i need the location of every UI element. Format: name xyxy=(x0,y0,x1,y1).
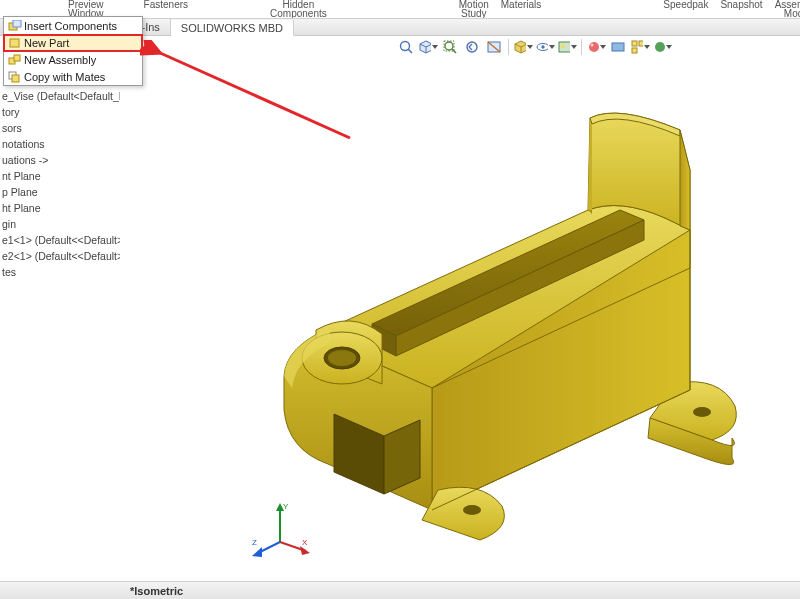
scene-icon xyxy=(557,39,570,55)
tree-top-plane[interactable]: p Plane xyxy=(2,184,120,200)
feature-manager-tree[interactable]: e_Vise (Default<Default_Display tory sor… xyxy=(0,88,120,581)
insert-component-menu: Insert Components New Part New Assembly … xyxy=(3,16,143,86)
svg-point-19 xyxy=(589,42,599,52)
edit-scene-button[interactable] xyxy=(557,37,577,57)
display-style-icon xyxy=(513,39,526,55)
section-view-button[interactable] xyxy=(484,37,504,57)
tree-annotations[interactable]: notations xyxy=(2,136,120,152)
tree-part2[interactable]: e2<1> (Default<<Default>_Displ xyxy=(2,248,120,264)
decals-icon xyxy=(610,39,626,55)
tree-part1[interactable]: e1<1> (Default<<Default>_Displ xyxy=(2,232,120,248)
copy-with-mates-icon xyxy=(6,70,24,84)
new-part-icon xyxy=(6,36,24,50)
decals-button[interactable] xyxy=(608,37,628,57)
svg-point-26 xyxy=(693,407,711,417)
ribbon-group-assembly-mode[interactable]: Assembly Mode xyxy=(769,0,800,18)
config-icon xyxy=(630,39,643,55)
display-style-button[interactable] xyxy=(513,37,533,57)
hide-show-button[interactable] xyxy=(535,37,555,57)
tree-origin[interactable]: gin xyxy=(2,216,120,232)
menu-copy-with-mates[interactable]: Copy with Mates xyxy=(4,68,142,85)
view-cube-icon xyxy=(418,39,431,55)
svg-text:Y: Y xyxy=(283,502,289,511)
previous-view-button[interactable] xyxy=(462,37,482,57)
ribbon-group-motion-study[interactable]: Motion Study xyxy=(453,0,495,18)
zoom-area-icon xyxy=(442,39,458,55)
menu-new-part[interactable]: New Part xyxy=(4,34,142,51)
svg-point-25 xyxy=(655,42,665,52)
insert-components-icon xyxy=(6,19,24,33)
tree-right-plane[interactable]: ht Plane xyxy=(2,200,120,216)
menu-item-label: Insert Components xyxy=(24,20,117,32)
menu-item-label: New Part xyxy=(24,37,69,49)
svg-marker-35 xyxy=(300,546,310,555)
svg-line-9 xyxy=(408,49,412,53)
ribbon-group-fasteners[interactable]: Fasteners xyxy=(138,0,194,18)
graphics-viewport[interactable]: Y X Z xyxy=(120,58,800,581)
toolbar-separator xyxy=(581,39,582,55)
tree-equations[interactable]: uations -> xyxy=(2,152,120,168)
section-view-icon xyxy=(486,39,502,55)
svg-rect-6 xyxy=(12,75,19,82)
svg-point-16 xyxy=(541,45,544,48)
menu-item-label: Copy with Mates xyxy=(24,71,105,83)
svg-point-20 xyxy=(591,44,594,47)
new-assembly-icon xyxy=(6,53,24,67)
ribbon-group-snapshot[interactable]: Snapshot xyxy=(714,0,768,18)
toolbar-separator xyxy=(508,39,509,55)
prev-view-icon xyxy=(464,39,480,55)
render-button[interactable] xyxy=(652,37,672,57)
zoom-fit-icon xyxy=(398,39,414,55)
svg-point-10 xyxy=(445,42,453,50)
zoom-to-fit-button[interactable] xyxy=(396,37,416,57)
svg-rect-22 xyxy=(632,41,637,46)
svg-text:X: X xyxy=(302,538,308,547)
configurations-button[interactable] xyxy=(630,37,650,57)
status-bar: *Isometric xyxy=(0,581,800,599)
tree-front-plane[interactable]: nt Plane xyxy=(2,168,120,184)
tree-root[interactable]: e_Vise (Default<Default_Display xyxy=(2,88,120,104)
appearance-icon xyxy=(586,39,599,55)
svg-rect-2 xyxy=(10,39,19,47)
status-view-label: *Isometric xyxy=(130,585,183,597)
ribbon-group-speedpak[interactable]: Speedpak xyxy=(657,0,714,18)
render-icon xyxy=(652,39,665,55)
svg-rect-21 xyxy=(612,43,624,51)
svg-rect-23 xyxy=(639,41,643,46)
svg-point-29 xyxy=(328,350,356,366)
tree-mates[interactable]: tes xyxy=(2,264,120,280)
svg-rect-24 xyxy=(632,48,637,53)
tree-sensors[interactable]: sors xyxy=(2,120,120,136)
ribbon-group-hidden-components[interactable]: Hidden Components xyxy=(264,0,333,18)
zoom-to-area-button[interactable] xyxy=(440,37,460,57)
model-render xyxy=(120,58,800,582)
svg-marker-38 xyxy=(252,547,262,557)
svg-rect-4 xyxy=(14,55,20,61)
orientation-triad[interactable]: Y X Z xyxy=(250,497,310,557)
svg-text:Z: Z xyxy=(252,538,257,547)
tree-history[interactable]: tory xyxy=(2,104,120,120)
tab-mbd[interactable]: SOLIDWORKS MBD xyxy=(171,20,294,36)
svg-rect-1 xyxy=(13,20,21,27)
view-orientation-button[interactable] xyxy=(418,37,438,57)
apply-appearance-button[interactable] xyxy=(586,37,606,57)
heads-up-view-toolbar xyxy=(396,36,672,58)
ribbon-group-materials[interactable]: Materials xyxy=(495,0,548,18)
menu-new-assembly[interactable]: New Assembly xyxy=(4,51,142,68)
hide-show-icon xyxy=(535,39,548,55)
menu-item-label: New Assembly xyxy=(24,54,96,66)
svg-point-13 xyxy=(467,42,477,52)
svg-point-18 xyxy=(561,44,565,48)
menu-insert-components[interactable]: Insert Components xyxy=(4,17,142,34)
svg-point-30 xyxy=(463,505,481,515)
